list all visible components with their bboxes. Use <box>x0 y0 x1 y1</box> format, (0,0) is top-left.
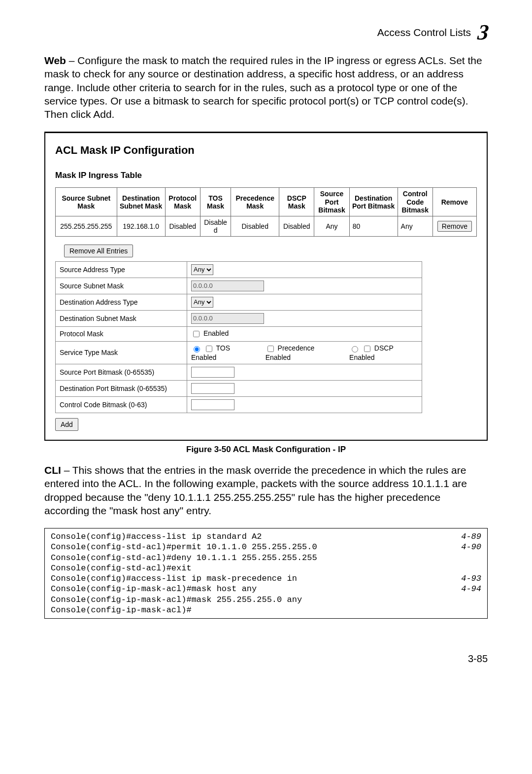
figure-box: ACL Mask IP Configuration Mask IP Ingres… <box>44 132 488 440</box>
cell-proto: Disabled <box>165 216 200 236</box>
ccode-bitmask-input[interactable] <box>191 399 234 410</box>
src-subnet-label: Source Subnet Mask <box>56 278 187 294</box>
col-src-subnet: Source Subnet Mask <box>56 188 117 216</box>
prec-group: Precedence Enabled <box>266 344 338 361</box>
sport-bitmask-label: Source Port Bitmask (0-65535) <box>56 364 187 380</box>
web-paragraph: Web – Configure the mask to match the re… <box>44 54 488 121</box>
proto-mask-label: Protocol Mask <box>56 326 187 341</box>
src-addr-type-select[interactable]: Any <box>191 264 213 275</box>
mask-table-heading: Mask IP Ingress Table <box>55 171 477 180</box>
remove-all-button[interactable]: Remove All Entries <box>64 245 133 257</box>
cell-dscp: Disabled <box>279 216 314 236</box>
src-subnet-input[interactable] <box>191 281 264 291</box>
col-proto-mask: Protocol Mask <box>165 188 200 216</box>
dst-subnet-label: Destination Subnet Mask <box>56 310 187 326</box>
cell-sport: Any <box>314 216 349 236</box>
proto-mask-enabled-text: Enabled <box>203 329 229 337</box>
dport-bitmask-label: Destination Port Bitmask (0-65535) <box>56 380 187 396</box>
table-row: 255.255.255.255 192.168.1.0 Disabled Dis… <box>56 216 477 236</box>
cell-dst: 192.168.1.0 <box>117 216 165 236</box>
tos-group: TOS Enabled <box>191 344 255 361</box>
dscp-enabled-checkbox[interactable] <box>364 346 370 352</box>
prec-enabled-checkbox[interactable] <box>267 346 274 352</box>
mask-ip-ingress-table: Source Subnet Mask Destination Subnet Ma… <box>55 187 477 236</box>
page-header: Access Control Lists 3 <box>44 20 488 45</box>
col-dport-mask: Destination Port Bitmask <box>349 188 398 216</box>
figure-title: ACL Mask IP Configuration <box>55 144 477 157</box>
chapter-number: 3 <box>476 20 489 45</box>
tos-enabled-checkbox[interactable] <box>206 346 212 352</box>
dst-addr-type-select[interactable]: Any <box>191 297 213 308</box>
remove-row-button[interactable]: Remove <box>437 221 472 232</box>
cell-ccode: Any <box>398 216 432 236</box>
col-dst-subnet: Destination Subnet Mask <box>117 188 165 216</box>
mask-config-form: Source Address Type Any Source Subnet Ma… <box>55 261 422 413</box>
col-remove: Remove <box>432 188 476 216</box>
section-name: Access Control Lists <box>377 27 471 38</box>
proto-mask-enabled-checkbox[interactable] <box>193 331 200 337</box>
src-addr-type-label: Source Address Type <box>56 261 187 278</box>
dst-subnet-input[interactable] <box>191 313 264 324</box>
cli-paragraph: CLI – This shows that the entries in the… <box>44 463 488 517</box>
page-number: 3-85 <box>44 653 488 665</box>
tos-radio[interactable] <box>194 346 200 352</box>
ccode-bitmask-label: Control Code Bitmask (0-63) <box>56 396 187 413</box>
col-dscp-mask: DSCP Mask <box>279 188 314 216</box>
col-ccode-mask: Control Code Bitmask <box>398 188 432 216</box>
cell-src: 255.255.255.255 <box>56 216 117 236</box>
dscp-radio[interactable] <box>352 346 358 352</box>
cell-prec: Disabled <box>231 216 279 236</box>
dport-bitmask-input[interactable] <box>191 383 234 394</box>
add-button[interactable]: Add <box>55 418 78 431</box>
col-tos-mask: TOS Mask <box>200 188 231 216</box>
col-sport-mask: Source Port Bitmask <box>314 188 349 216</box>
sport-bitmask-input[interactable] <box>191 367 234 378</box>
col-prec-mask: Precedence Mask <box>231 188 279 216</box>
cell-dport: 80 <box>349 216 398 236</box>
cell-tos: Disabled <box>200 216 231 236</box>
dst-addr-type-label: Destination Address Type <box>56 294 187 310</box>
figure-caption: Figure 3-50 ACL Mask Configuration - IP <box>44 445 488 455</box>
dscp-group: DSCP Enabled <box>349 344 418 361</box>
proto-mask-enabled-wrap: Enabled <box>191 329 229 337</box>
console-output: 4-89Console(config)#access-list ip stand… <box>44 528 488 619</box>
service-type-label: Service Type Mask <box>56 341 187 364</box>
